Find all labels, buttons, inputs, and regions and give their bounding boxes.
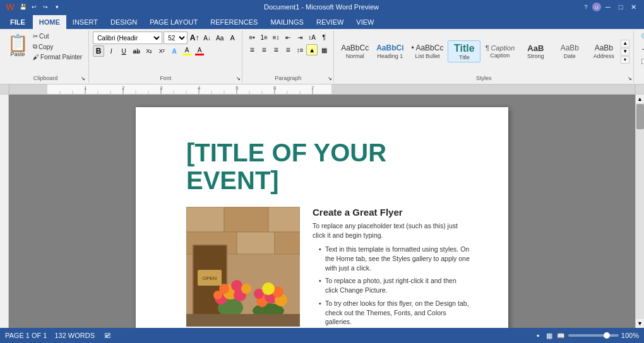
align-left-button[interactable]: ≡ (246, 44, 258, 55)
style-date[interactable]: AaBb Date (553, 42, 586, 61)
text-effects-button[interactable]: A (169, 45, 180, 57)
clear-format-button[interactable]: A (227, 32, 238, 44)
scroll-thumb[interactable] (636, 104, 644, 129)
style-list-bullet[interactable]: • AaBbCc List Bullet (408, 42, 447, 61)
border-button[interactable]: ▦ (318, 44, 330, 55)
page-container[interactable]: [TITLE OF YOUR EVENT] (9, 95, 635, 328)
increase-font-button[interactable]: A↑ (189, 32, 200, 44)
style-strong[interactable]: AaB Strong (519, 42, 552, 62)
tab-home[interactable]: HOME (33, 15, 66, 29)
superscript-button[interactable]: X² (156, 45, 167, 57)
account-avatar[interactable]: U (592, 3, 601, 11)
styles-scroll-down[interactable]: ▼ (621, 48, 629, 55)
replace-button[interactable]: ↔ Replace (638, 44, 644, 54)
align-center-button[interactable]: ≡ (258, 44, 270, 55)
decrease-font-button[interactable]: A↓ (201, 32, 213, 44)
tab-file[interactable]: FILE (3, 15, 33, 29)
styles-expand[interactable]: ↘ (628, 76, 632, 81)
paragraph-expand[interactable]: ↘ (328, 76, 332, 81)
address-preview: AaBb (595, 44, 613, 52)
heading1-label: Heading 1 (377, 53, 403, 59)
read-view-button[interactable]: 📖 (556, 330, 566, 340)
scrollbar-right: ▲ ▼ (635, 95, 644, 328)
event-title[interactable]: [TITLE OF YOUR EVENT] (186, 139, 470, 194)
para-controls: ≡• 1≡ ≡↕ ⇤ ⇥ ↕A ¶ ≡ ≡ ≡ ≡ ↕≡ ▲ ▦ (246, 32, 330, 55)
zoom-slider[interactable] (568, 334, 619, 337)
format-painter-button[interactable]: 🖌 Format Painter (30, 52, 85, 62)
scroll-down-button[interactable]: ▼ (636, 319, 645, 328)
replace-icon: ↔ (641, 45, 644, 52)
multilevel-button[interactable]: ≡↕ (270, 32, 282, 43)
styles-more-button[interactable]: ▾ (621, 56, 629, 64)
window-controls: ? U ─ □ ✕ (581, 2, 639, 12)
save-button[interactable]: 💾 (18, 2, 28, 12)
svg-point-44 (231, 280, 242, 291)
scroll-track[interactable] (636, 103, 644, 319)
font-size-select[interactable]: 52 (164, 32, 188, 44)
font-name-select[interactable]: Calibri (Headir (93, 32, 162, 44)
clipboard-expand[interactable]: ↘ (78, 76, 87, 81)
styles-scroll-up[interactable]: ▲ (621, 40, 629, 47)
style-heading1[interactable]: AaBbCi Heading 1 (373, 42, 407, 61)
zoom-level: 100% (621, 332, 639, 339)
style-title[interactable]: Title Title (448, 40, 480, 62)
tab-review[interactable]: REVIEW (310, 15, 350, 29)
font-content: Calibri (Headir 52 A↑ A↓ Aa A B I U ab X… (93, 32, 238, 81)
show-marks-button[interactable]: ¶ (318, 32, 330, 43)
font-color-button[interactable]: A (194, 45, 205, 57)
underline-button[interactable]: U (118, 45, 129, 57)
quick-access-toolbar: 💾 ↩ ↪ ▾ (18, 2, 62, 12)
bold-button[interactable]: B (93, 45, 104, 57)
cut-button[interactable]: ✂ Cut (30, 32, 85, 41)
redo-button[interactable]: ↪ (40, 2, 51, 12)
language-icon[interactable]: 🗹 (102, 330, 112, 340)
customize-button[interactable]: ▾ (52, 2, 62, 12)
find-button[interactable]: 🔍 Find ▾ (638, 32, 644, 42)
bullets-button[interactable]: ≡• (246, 32, 258, 43)
style-address[interactable]: AaBb Address (587, 42, 620, 61)
numbering-button[interactable]: 1≡ (258, 32, 270, 43)
tab-mailings[interactable]: MAILINGS (264, 15, 310, 29)
sort-button[interactable]: ↕A (306, 32, 318, 43)
copy-button[interactable]: ⧉ Copy (30, 42, 85, 52)
copy-icon: ⧉ (33, 43, 37, 50)
ribbon: 📋 Paste ✂ Cut ⧉ Copy 🖌 Format Painter (0, 29, 644, 84)
svg-text:5: 5 (236, 85, 239, 91)
justify-button[interactable]: ≡ (282, 44, 294, 55)
align-right-button[interactable]: ≡ (270, 44, 282, 55)
tab-page-layout[interactable]: PAGE LAYOUT (143, 15, 204, 29)
styles-group: AaBbCc Normal AaBbCi Heading 1 • AaBbCc … (334, 30, 634, 83)
select-button[interactable]: ⬚ Select ▾ (638, 55, 644, 66)
scroll-up-button[interactable]: ▲ (636, 95, 645, 103)
subscript-button[interactable]: X₂ (143, 45, 155, 57)
tab-design[interactable]: DESIGN (104, 15, 143, 29)
restore-button[interactable]: □ (615, 2, 626, 12)
shading-button[interactable]: ▲ (306, 44, 318, 55)
date-label: Date (564, 53, 576, 59)
svg-rect-35 (237, 232, 275, 254)
decrease-indent-button[interactable]: ⇤ (282, 32, 294, 43)
help-button[interactable]: ? (581, 2, 591, 12)
svg-rect-32 (224, 207, 268, 232)
paste-button[interactable]: 📋 Paste (6, 32, 29, 62)
style-normal[interactable]: AaBbCc Normal (338, 42, 372, 61)
change-case-button[interactable]: Aa (214, 32, 225, 44)
line-spacing-button[interactable]: ↕≡ (294, 44, 306, 55)
highlight-color-button[interactable]: A (181, 45, 193, 57)
italic-button[interactable]: I (105, 45, 117, 57)
status-bar: PAGE 1 OF 1 132 WORDS 🗹 ▪ ▦ 📖 100% (0, 328, 644, 343)
tab-insert[interactable]: INSERT (66, 15, 104, 29)
strikethrough-button[interactable]: ab (131, 45, 142, 57)
increase-indent-button[interactable]: ⇥ (294, 32, 306, 43)
close-button[interactable]: ✕ (628, 2, 639, 12)
web-view-button[interactable]: ▦ (544, 330, 554, 340)
undo-button[interactable]: ↩ (29, 2, 39, 12)
print-view-button[interactable]: ▪ (533, 330, 543, 340)
photo-placeholder[interactable]: OPEN (186, 207, 300, 327)
minimize-button[interactable]: ─ (602, 2, 614, 12)
font-expand[interactable]: ↘ (236, 76, 241, 81)
tab-view[interactable]: VIEW (350, 15, 380, 29)
tab-references[interactable]: REFERENCES (204, 15, 264, 29)
zoom-thumb[interactable] (604, 332, 610, 339)
style-caption[interactable]: ¶ Caption Caption (482, 42, 518, 61)
